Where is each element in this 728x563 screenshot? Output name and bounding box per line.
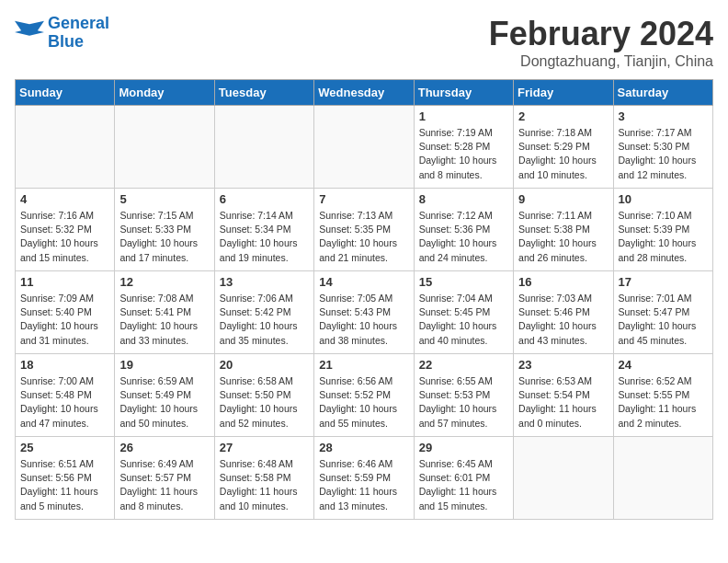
day-info: Sunrise: 6:55 AM Sunset: 5:53 PM Dayligh… xyxy=(419,374,508,431)
day-number: 1 xyxy=(419,109,508,123)
calendar-cell: 3Sunrise: 7:17 AM Sunset: 5:30 PM Daylig… xyxy=(613,106,712,189)
day-number: 28 xyxy=(319,441,408,454)
calendar-cell: 25Sunrise: 6:51 AM Sunset: 5:56 PM Dayli… xyxy=(16,437,115,520)
logo-bird-icon xyxy=(15,20,44,46)
calendar-cell: 5Sunrise: 7:15 AM Sunset: 5:33 PM Daylig… xyxy=(115,189,214,271)
day-info: Sunrise: 6:45 AM Sunset: 6:01 PM Dayligh… xyxy=(419,457,508,513)
day-number: 11 xyxy=(20,275,109,289)
day-number: 2 xyxy=(518,109,608,123)
day-number: 21 xyxy=(319,358,408,372)
day-info: Sunrise: 6:46 AM Sunset: 5:59 PM Dayligh… xyxy=(319,457,408,513)
day-number: 19 xyxy=(119,358,209,372)
weekday-header: Monday xyxy=(115,80,214,106)
calendar-cell: 7Sunrise: 7:13 AM Sunset: 5:35 PM Daylig… xyxy=(314,189,414,271)
day-info: Sunrise: 7:06 AM Sunset: 5:42 PM Dayligh… xyxy=(220,292,309,348)
day-info: Sunrise: 7:12 AM Sunset: 5:36 PM Dayligh… xyxy=(419,209,508,265)
day-info: Sunrise: 7:05 AM Sunset: 5:43 PM Dayligh… xyxy=(319,292,408,348)
calendar-cell: 4Sunrise: 7:16 AM Sunset: 5:32 PM Daylig… xyxy=(16,189,115,271)
day-number: 23 xyxy=(518,358,608,372)
day-info: Sunrise: 7:15 AM Sunset: 5:33 PM Dayligh… xyxy=(119,209,209,265)
calendar-cell xyxy=(314,106,414,189)
calendar-cell: 10Sunrise: 7:10 AM Sunset: 5:39 PM Dayli… xyxy=(613,189,712,271)
day-number: 24 xyxy=(619,358,708,372)
weekday-header: Tuesday xyxy=(214,80,313,106)
day-info: Sunrise: 7:18 AM Sunset: 5:29 PM Dayligh… xyxy=(518,126,608,182)
calendar-cell xyxy=(514,437,613,520)
weekday-header: Sunday xyxy=(16,80,115,106)
calendar-cell: 21Sunrise: 6:56 AM Sunset: 5:52 PM Dayli… xyxy=(314,354,414,437)
day-info: Sunrise: 7:13 AM Sunset: 5:35 PM Dayligh… xyxy=(319,209,408,265)
calendar-week-row: 25Sunrise: 6:51 AM Sunset: 5:56 PM Dayli… xyxy=(16,437,713,520)
day-number: 3 xyxy=(619,109,708,123)
calendar-cell: 18Sunrise: 7:00 AM Sunset: 5:48 PM Dayli… xyxy=(16,354,115,437)
calendar-table: SundayMondayTuesdayWednesdayThursdayFrid… xyxy=(15,79,713,520)
day-info: Sunrise: 7:14 AM Sunset: 5:34 PM Dayligh… xyxy=(220,209,309,265)
day-number: 14 xyxy=(319,275,408,289)
day-number: 22 xyxy=(419,358,508,372)
calendar-cell: 9Sunrise: 7:11 AM Sunset: 5:38 PM Daylig… xyxy=(514,189,613,271)
calendar-cell: 16Sunrise: 7:03 AM Sunset: 5:46 PM Dayli… xyxy=(514,271,613,354)
month-title: February 2024 xyxy=(489,15,713,53)
calendar-header-row: SundayMondayTuesdayWednesdayThursdayFrid… xyxy=(16,80,713,106)
calendar-cell: 19Sunrise: 6:59 AM Sunset: 5:49 PM Dayli… xyxy=(115,354,214,437)
day-info: Sunrise: 7:17 AM Sunset: 5:30 PM Dayligh… xyxy=(619,126,708,182)
calendar-cell: 6Sunrise: 7:14 AM Sunset: 5:34 PM Daylig… xyxy=(214,189,313,271)
title-section: February 2024 Dongtazhuang, Tianjin, Chi… xyxy=(489,15,713,70)
day-info: Sunrise: 7:16 AM Sunset: 5:32 PM Dayligh… xyxy=(20,209,109,265)
day-info: Sunrise: 7:09 AM Sunset: 5:40 PM Dayligh… xyxy=(20,292,109,348)
day-number: 25 xyxy=(20,441,109,454)
calendar-cell: 17Sunrise: 7:01 AM Sunset: 5:47 PM Dayli… xyxy=(613,271,712,354)
day-info: Sunrise: 7:11 AM Sunset: 5:38 PM Dayligh… xyxy=(518,209,608,265)
day-number: 29 xyxy=(419,441,508,454)
day-number: 4 xyxy=(20,192,109,206)
day-number: 20 xyxy=(220,358,309,372)
weekday-header: Thursday xyxy=(414,80,513,106)
calendar-cell: 12Sunrise: 7:08 AM Sunset: 5:41 PM Dayli… xyxy=(115,271,214,354)
day-number: 9 xyxy=(518,192,608,206)
calendar-cell: 13Sunrise: 7:06 AM Sunset: 5:42 PM Dayli… xyxy=(214,271,313,354)
day-number: 16 xyxy=(518,275,608,289)
day-info: Sunrise: 6:53 AM Sunset: 5:54 PM Dayligh… xyxy=(518,374,608,431)
location-subtitle: Dongtazhuang, Tianjin, China xyxy=(489,53,713,70)
day-number: 5 xyxy=(119,192,209,206)
logo: General Blue xyxy=(15,15,109,52)
calendar-cell: 8Sunrise: 7:12 AM Sunset: 5:36 PM Daylig… xyxy=(414,189,513,271)
weekday-header: Friday xyxy=(514,80,613,106)
calendar-cell xyxy=(613,437,712,520)
calendar-week-row: 4Sunrise: 7:16 AM Sunset: 5:32 PM Daylig… xyxy=(16,189,713,271)
calendar-cell xyxy=(16,106,115,189)
day-number: 10 xyxy=(619,192,708,206)
calendar-cell: 26Sunrise: 6:49 AM Sunset: 5:57 PM Dayli… xyxy=(115,437,214,520)
calendar-cell: 20Sunrise: 6:58 AM Sunset: 5:50 PM Dayli… xyxy=(214,354,313,437)
calendar-cell xyxy=(115,106,214,189)
day-number: 15 xyxy=(419,275,508,289)
day-number: 8 xyxy=(419,192,508,206)
calendar-cell: 1Sunrise: 7:19 AM Sunset: 5:28 PM Daylig… xyxy=(414,106,513,189)
day-info: Sunrise: 6:58 AM Sunset: 5:50 PM Dayligh… xyxy=(220,374,309,431)
day-number: 18 xyxy=(20,358,109,372)
day-number: 27 xyxy=(220,441,309,454)
weekday-header: Wednesday xyxy=(314,80,414,106)
day-info: Sunrise: 7:10 AM Sunset: 5:39 PM Dayligh… xyxy=(619,209,708,265)
day-number: 6 xyxy=(220,192,309,206)
calendar-week-row: 1Sunrise: 7:19 AM Sunset: 5:28 PM Daylig… xyxy=(16,106,713,189)
calendar-cell: 23Sunrise: 6:53 AM Sunset: 5:54 PM Dayli… xyxy=(514,354,613,437)
calendar-cell: 15Sunrise: 7:04 AM Sunset: 5:45 PM Dayli… xyxy=(414,271,513,354)
day-number: 17 xyxy=(619,275,708,289)
day-info: Sunrise: 6:51 AM Sunset: 5:56 PM Dayligh… xyxy=(20,457,109,513)
day-info: Sunrise: 6:48 AM Sunset: 5:58 PM Dayligh… xyxy=(220,457,309,513)
day-number: 12 xyxy=(119,275,209,289)
day-info: Sunrise: 6:59 AM Sunset: 5:49 PM Dayligh… xyxy=(119,374,209,431)
day-info: Sunrise: 7:08 AM Sunset: 5:41 PM Dayligh… xyxy=(119,292,209,348)
calendar-cell: 14Sunrise: 7:05 AM Sunset: 5:43 PM Dayli… xyxy=(314,271,414,354)
svg-marker-0 xyxy=(15,20,44,35)
calendar-cell: 28Sunrise: 6:46 AM Sunset: 5:59 PM Dayli… xyxy=(314,437,414,520)
calendar-cell xyxy=(214,106,313,189)
calendar-cell: 2Sunrise: 7:18 AM Sunset: 5:29 PM Daylig… xyxy=(514,106,613,189)
calendar-week-row: 11Sunrise: 7:09 AM Sunset: 5:40 PM Dayli… xyxy=(16,271,713,354)
calendar-cell: 24Sunrise: 6:52 AM Sunset: 5:55 PM Dayli… xyxy=(613,354,712,437)
calendar-cell: 27Sunrise: 6:48 AM Sunset: 5:58 PM Dayli… xyxy=(214,437,313,520)
calendar-cell: 11Sunrise: 7:09 AM Sunset: 5:40 PM Dayli… xyxy=(16,271,115,354)
day-info: Sunrise: 7:00 AM Sunset: 5:48 PM Dayligh… xyxy=(20,374,109,431)
calendar-cell: 29Sunrise: 6:45 AM Sunset: 6:01 PM Dayli… xyxy=(414,437,513,520)
